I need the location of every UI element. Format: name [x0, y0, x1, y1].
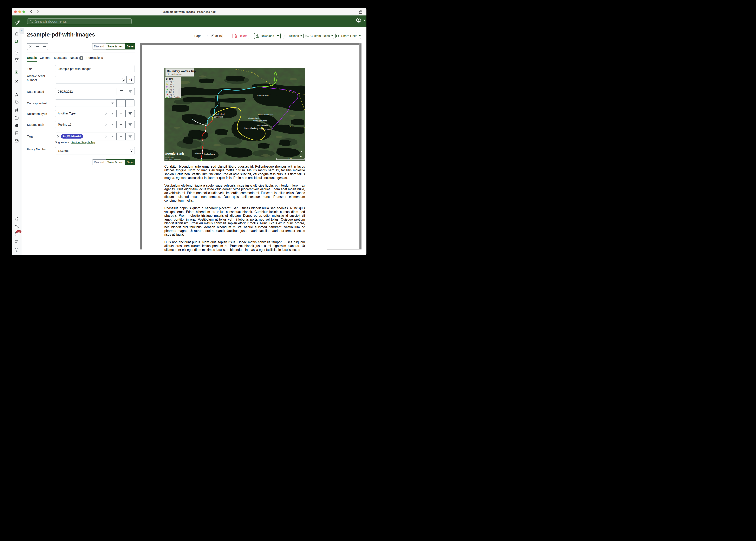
svg-text:Half Dog Island: Half Dog Island [247, 117, 259, 119]
svg-text:Day 6: Day 6 [169, 93, 174, 96]
svg-text:Mile Island: Mile Island [195, 152, 203, 155]
svg-text:Hausons Island: Hausons Island [257, 94, 269, 97]
svg-text:Gary Island: Gary Island [214, 116, 223, 118]
svg-text:Day 1: Day 1 [169, 81, 174, 83]
svg-text:New York Island: New York Island [212, 113, 224, 115]
svg-text:N: N [300, 156, 302, 159]
svg-text:Entry Point 24: Entry Point 24 [169, 96, 180, 98]
svg-text:©2017 Google: ©2017 Google [165, 157, 174, 158]
svg-text:Day 5: Day 5 [169, 91, 174, 93]
svg-text:Text: Text [232, 125, 236, 127]
svg-text:Day 4: Day 4 [169, 88, 174, 90]
svg-text:Google Earth: Google Earth [165, 152, 184, 155]
svg-text:Indian Grave Island: Indian Grave Island [258, 114, 273, 116]
svg-text:Charlies Island: Charlies Island [203, 153, 215, 155]
svg-text:3 mi: 3 mi [288, 158, 292, 160]
svg-text:Boundary Waters Trip: Boundary Waters Trip [167, 70, 196, 73]
svg-text:Washington Island: Washington Island [253, 120, 267, 122]
svg-text:Day 3: Day 3 [169, 86, 174, 88]
svg-text:Image © 2017 DigitalGlobe: Image © 2017 DigitalGlobe [165, 159, 181, 160]
svg-text:Six days in BWCA: Six days in BWCA [167, 73, 182, 75]
svg-text:Legend: Legend [166, 78, 174, 80]
svg-text:Lincoln Island: Lincoln Island [257, 125, 268, 127]
svg-text:Squirrel Island: Squirrel Island [260, 128, 271, 130]
svg-text:Day 2: Day 2 [169, 83, 174, 85]
